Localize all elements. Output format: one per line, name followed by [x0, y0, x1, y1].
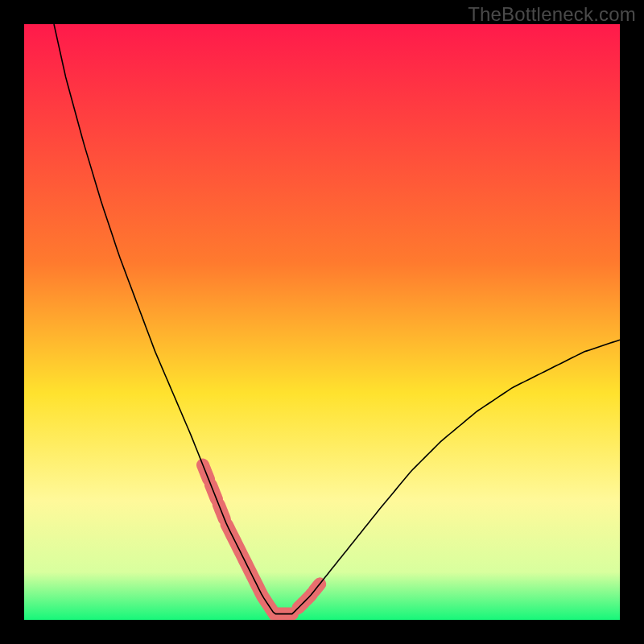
chart-frame: TheBottleneck.com — [0, 0, 644, 644]
watermark-text: TheBottleneck.com — [468, 3, 636, 26]
gradient-rect — [24, 24, 620, 620]
plot-area — [24, 24, 620, 620]
plot-svg — [24, 24, 620, 620]
